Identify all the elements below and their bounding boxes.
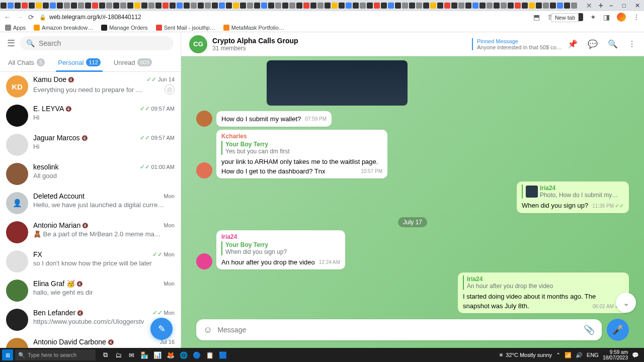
browser-tab[interactable] (22, 3, 28, 9)
reload-icon[interactable]: ⟳ (28, 13, 34, 21)
reply-block[interactable]: Iria24 Photo, How do I submit my… (522, 185, 624, 199)
window-close-icon[interactable]: ✕ (635, 2, 640, 9)
browser-tab[interactable] (127, 3, 133, 9)
pinned-message[interactable]: Pinned Message Anyone interested in that… (472, 38, 562, 50)
browser-tab[interactable] (261, 3, 267, 9)
browser-tab[interactable] (141, 3, 147, 9)
browser-tab[interactable] (388, 3, 394, 9)
browser-tab[interactable] (374, 3, 380, 9)
network-icon[interactable]: 📶 (565, 352, 572, 358)
browser-tab[interactable] (219, 3, 225, 9)
browser-tab[interactable] (15, 3, 21, 9)
search-wrap[interactable]: 🔍 (20, 36, 174, 50)
browser-tab[interactable] (353, 3, 359, 9)
chrome-icon[interactable]: 🔵 (191, 349, 202, 360)
browser-tab[interactable] (557, 3, 563, 9)
browser-tab[interactable] (177, 3, 183, 9)
weather-widget[interactable]: ☀ 32°C Mostly sunny (499, 352, 552, 358)
bookmark-item[interactable]: Manage Orders (101, 25, 147, 31)
browser-tab[interactable] (85, 3, 91, 9)
taskbar-clock[interactable]: 9:59 am 18/07/2023 (603, 349, 628, 360)
bookmark-item[interactable]: MetaMask Portfolio… (223, 25, 284, 31)
menu-icon[interactable]: ☰ (7, 38, 15, 49)
browser-tab[interactable] (303, 3, 309, 9)
browser-tab[interactable] (155, 3, 162, 9)
chat-list-item[interactable]: E. LEYVA🔇 ✓✓09:57 AM Hi (0, 101, 181, 130)
bookmark-item[interactable]: Sent Mail - jsouthp… (156, 25, 215, 31)
browser-tab[interactable] (494, 3, 500, 9)
search-chat-icon[interactable]: 🔍 (608, 39, 618, 49)
taskbar-app-icon[interactable]: 🏪 (139, 349, 150, 360)
browser-tab[interactable] (529, 3, 535, 9)
sidepanel-icon[interactable]: ◨ (603, 13, 610, 21)
browser-tab[interactable] (416, 3, 422, 9)
attach-icon[interactable]: 📎 (584, 324, 595, 335)
tab-personal[interactable]: Personal112 (56, 54, 103, 71)
sender-avatar[interactable] (196, 253, 212, 269)
browser-tab[interactable] (536, 3, 542, 9)
group-info[interactable]: Crypto Alpha Calls Group 31 members (212, 37, 472, 52)
browser-tab[interactable] (106, 3, 112, 9)
taskbar-app-icon[interactable]: ✉ (126, 349, 137, 360)
browser-tab[interactable] (120, 3, 126, 9)
chat-list[interactable]: KD Kamu Doe🔇 ✓✓Jun 14 Everything you nee… (0, 72, 181, 348)
browser-tab[interactable] (508, 3, 514, 9)
browser-tab[interactable] (339, 3, 345, 9)
browser-tab[interactable] (367, 3, 373, 9)
sender-avatar[interactable] (196, 162, 212, 178)
window-minimize-icon[interactable]: ‒ (609, 2, 613, 9)
language-indicator[interactable]: ENG (587, 352, 599, 358)
browser-tab[interactable] (395, 3, 401, 9)
reply-block[interactable]: Iria24 An hour after you drop the video (463, 276, 624, 290)
browser-tab[interactable] (409, 3, 415, 9)
browser-tab[interactable] (317, 3, 324, 9)
tab-unread[interactable]: Unread603 (112, 54, 154, 71)
group-avatar[interactable]: CG (189, 35, 207, 53)
browser-tab[interactable] (543, 3, 549, 9)
browser-tab[interactable] (479, 3, 486, 9)
voice-button[interactable]: 🎤 (607, 319, 629, 341)
url-bar[interactable]: 🔒 web.telegram.org/k/#-1808440112 (39, 14, 528, 21)
edge-icon[interactable]: 🌐 (178, 349, 189, 360)
browser-tab[interactable] (36, 3, 42, 9)
sender-avatar[interactable] (196, 111, 212, 127)
browser-tab[interactable] (254, 3, 260, 9)
new-tab-button[interactable]: + (598, 1, 603, 10)
chat-list-item[interactable]: Jaguar Marcos🔇 ✓✓09:57 AM Hi (0, 130, 181, 159)
browser-tab[interactable] (451, 3, 457, 9)
profile-avatar[interactable] (617, 13, 626, 22)
browser-tab[interactable] (148, 3, 154, 9)
bookmark-item[interactable]: Amazon breakdow… (34, 25, 93, 31)
reply-block[interactable]: Your Boy Terry Yes but you can dm first (221, 141, 382, 155)
browser-tab[interactable] (247, 3, 253, 9)
chat-list-item[interactable]: kesolink ✓✓01:00 AM All good (0, 159, 181, 189)
volume-icon[interactable]: 🔊 (576, 352, 583, 358)
extensions-icon[interactable]: ✦ (590, 13, 596, 21)
taskbar-app-icon[interactable]: 📋 (204, 349, 215, 360)
taskbar-search[interactable]: 🔍 Type here to search (15, 349, 96, 360)
emoji-icon[interactable]: ☺ (203, 325, 212, 335)
browser-tab[interactable] (268, 3, 274, 9)
back-icon[interactable]: ← (4, 13, 11, 21)
start-button[interactable]: ⊞ (2, 349, 13, 360)
browser-tab[interactable] (134, 3, 140, 9)
browser-tab[interactable] (472, 3, 478, 9)
browser-tab[interactable] (64, 3, 70, 9)
tab-all-chats[interactable]: All Chats5 (6, 54, 47, 71)
browser-tab[interactable] (346, 3, 352, 9)
chat-list-item[interactable]: KD Kamu Doe🔇 ✓✓Jun 14 Everything you nee… (0, 72, 181, 101)
browser-tab[interactable] (78, 3, 84, 9)
browser-tab[interactable] (332, 3, 338, 9)
browser-tab[interactable] (310, 3, 316, 9)
browser-tab[interactable] (233, 3, 239, 9)
chat-list-item[interactable]: Antonio Marian🔇 Mon 🧸 Be a part of the M… (0, 218, 181, 247)
browser-tab[interactable] (50, 3, 56, 9)
taskbar-app-icon[interactable]: 🗂 (113, 349, 124, 360)
install-app-icon[interactable]: ⬒ (533, 13, 540, 21)
browser-tab[interactable] (92, 3, 98, 9)
bookmark-apps[interactable]: Apps (5, 25, 26, 31)
reply-block[interactable]: Your Boy Terry When did you sign up? (221, 241, 340, 255)
taskbar-app-icon[interactable]: 🦊 (165, 349, 176, 360)
browser-tab[interactable] (501, 3, 507, 9)
browser-tab[interactable] (113, 3, 119, 9)
